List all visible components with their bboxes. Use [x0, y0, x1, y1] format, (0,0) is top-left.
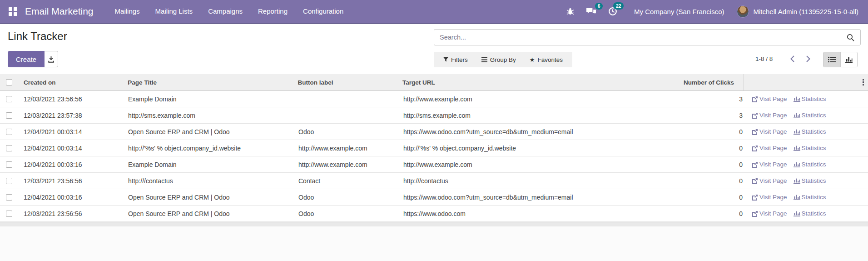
messages-icon[interactable]: 6	[580, 7, 602, 16]
select-all-checkbox[interactable]	[6, 79, 12, 85]
statistics-link[interactable]: Statistics	[794, 210, 826, 217]
column-header-page-title[interactable]: Page Title	[122, 74, 292, 90]
row-checkbox[interactable]	[6, 211, 12, 217]
list-view-icon	[828, 56, 836, 63]
visit-page-label: Visit Page	[759, 161, 787, 168]
statistics-label: Statistics	[802, 145, 826, 151]
table-row[interactable]: 12/03/2021 23:56:56 Example Domain http:…	[0, 91, 868, 107]
external-link-icon	[752, 178, 758, 184]
row-checkbox[interactable]	[6, 112, 12, 119]
row-checkbox[interactable]	[6, 96, 12, 102]
statistics-label: Statistics	[802, 95, 826, 102]
row-select-cell[interactable]	[0, 178, 18, 184]
visit-page-link[interactable]: Visit Page	[752, 128, 787, 135]
nav-item-configuration[interactable]: Configuration	[295, 0, 351, 23]
button-label-cell: Odoo	[293, 210, 398, 217]
row-select-cell[interactable]	[0, 161, 18, 168]
row-select-cell[interactable]	[0, 129, 18, 135]
row-checkbox[interactable]	[6, 178, 12, 184]
create-button[interactable]: Create	[8, 51, 45, 67]
nav-item-reporting[interactable]: Reporting	[250, 0, 295, 23]
table-row[interactable]: 12/03/2021 23:56:56 http:///contactus Co…	[0, 173, 868, 189]
target-url-cell: http:///contactus	[398, 177, 653, 185]
visit-page-link[interactable]: Visit Page	[752, 177, 787, 184]
clicks-cell: 0	[653, 210, 745, 217]
app-name[interactable]: Email Marketing	[25, 6, 94, 17]
statistics-link[interactable]: Statistics	[794, 161, 826, 168]
statistics-label: Statistics	[802, 210, 826, 217]
statistics-link[interactable]: Statistics	[794, 95, 826, 102]
row-checkbox[interactable]	[6, 129, 12, 135]
nav-item-mailing-lists[interactable]: Mailing Lists	[148, 0, 201, 23]
view-switcher	[823, 52, 858, 67]
row-checkbox[interactable]	[6, 161, 12, 168]
user-menu[interactable]: Mitchell Admin (11395225-15-0-all)	[753, 8, 858, 15]
visit-page-link[interactable]: Visit Page	[752, 145, 787, 151]
column-header-created-on[interactable]: Created on	[18, 74, 122, 90]
target-url-cell: http://www.example.com	[398, 161, 653, 168]
export-icon	[48, 56, 55, 63]
row-checkbox[interactable]	[6, 145, 12, 151]
visit-page-link[interactable]: Visit Page	[752, 95, 787, 102]
clicks-cell: 3	[653, 95, 745, 103]
optional-columns-toggle[interactable]	[861, 78, 866, 87]
group-by-button[interactable]: Group By	[475, 56, 523, 63]
pager-previous-button[interactable]	[787, 53, 798, 64]
graph-view-button[interactable]	[840, 52, 857, 67]
user-avatar[interactable]	[737, 5, 749, 18]
statistics-icon	[794, 96, 800, 102]
row-select-cell[interactable]	[0, 194, 18, 201]
statistics-label: Statistics	[802, 128, 826, 135]
row-select-cell[interactable]	[0, 211, 18, 217]
table-row[interactable]: 12/03/2021 23:57:38 http://sms.example.c…	[0, 107, 868, 124]
page-title-cell: http://'%s' % object.company_id.website	[123, 145, 293, 152]
visit-page-link[interactable]: Visit Page	[752, 161, 787, 168]
search-box	[434, 29, 861, 45]
visit-page-link[interactable]: Visit Page	[752, 194, 787, 201]
statistics-link[interactable]: Statistics	[794, 177, 826, 184]
statistics-link[interactable]: Statistics	[794, 194, 826, 201]
created-on-cell: 12/03/2021 23:56:56	[18, 95, 123, 103]
statistics-link[interactable]: Statistics	[794, 128, 826, 135]
filters-button[interactable]: Filters	[436, 56, 475, 63]
select-all-cell[interactable]	[0, 74, 18, 90]
table-row[interactable]: 12/04/2021 00:03:16 Example Domain http:…	[0, 156, 868, 173]
column-header-target-url[interactable]: Target URL	[397, 74, 652, 90]
row-select-cell[interactable]	[0, 96, 18, 102]
apps-menu-icon[interactable]	[9, 7, 17, 16]
pager-next-button[interactable]	[803, 53, 813, 64]
nav-item-campaigns[interactable]: Campaigns	[200, 0, 250, 23]
statistics-link[interactable]: Statistics	[794, 145, 826, 151]
visit-page-link[interactable]: Visit Page	[752, 112, 787, 119]
bug-icon[interactable]	[560, 7, 580, 15]
table-row[interactable]: 12/04/2021 00:03:16 Open Source ERP and …	[0, 189, 868, 206]
favorites-button[interactable]: ★ Favorites	[523, 56, 570, 63]
clicks-cell: 0	[653, 161, 745, 168]
table-header: Created on Page Title Button label Targe…	[0, 74, 868, 91]
list-view-button[interactable]	[823, 52, 840, 67]
button-label-cell: Odoo	[293, 128, 398, 136]
created-on-cell: 12/04/2021 00:03:14	[18, 145, 123, 152]
row-select-cell[interactable]	[0, 145, 18, 151]
column-header-button-label[interactable]: Button label	[292, 74, 397, 90]
table-row[interactable]: 12/04/2021 00:03:14 Open Source ERP and …	[0, 124, 868, 140]
table-row[interactable]: 12/03/2021 23:56:56 Open Source ERP and …	[0, 206, 868, 222]
visit-page-link[interactable]: Visit Page	[752, 210, 787, 217]
table-row[interactable]: 12/04/2021 00:03:14 http://'%s' % object…	[0, 140, 868, 156]
visit-page-label: Visit Page	[759, 128, 787, 135]
link-tracker-table: Created on Page Title Button label Targe…	[0, 74, 868, 222]
company-switcher[interactable]: My Company (San Francisco)	[634, 8, 724, 15]
statistics-link[interactable]: Statistics	[794, 112, 826, 119]
search-icon[interactable]	[847, 34, 854, 41]
row-select-cell[interactable]	[0, 112, 18, 119]
external-link-icon	[752, 96, 758, 102]
activities-icon[interactable]: 22	[602, 7, 623, 16]
column-header-number-of-clicks[interactable]: Number of Clicks	[652, 74, 744, 90]
nav-item-mailings[interactable]: Mailings	[107, 0, 148, 23]
search-input[interactable]	[434, 34, 847, 41]
target-url-cell: https://www.odoo.com?utm_source=db&utm_m…	[398, 128, 653, 136]
export-button[interactable]	[45, 51, 58, 67]
clicks-cell: 0	[653, 145, 745, 152]
created-on-cell: 12/04/2021 00:03:16	[18, 161, 123, 168]
row-checkbox[interactable]	[6, 194, 12, 201]
